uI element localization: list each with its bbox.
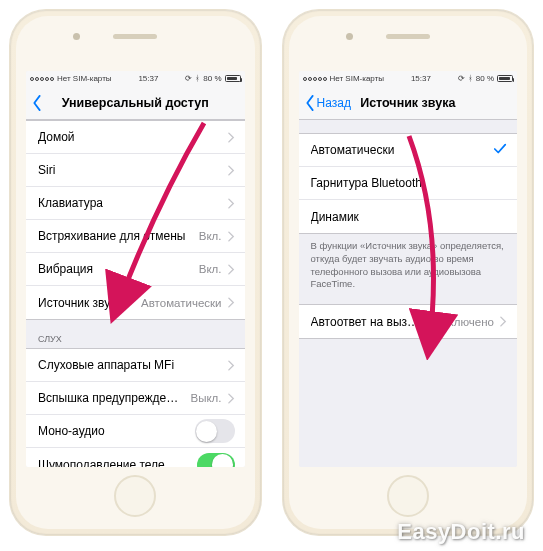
battery-pct: 80 % <box>203 74 221 83</box>
noise-cancel-toggle[interactable] <box>197 453 235 468</box>
row-label: Динамик <box>311 210 359 224</box>
row-autoanswer[interactable]: Автоответ на вызовы Выключено <box>299 305 518 338</box>
footer-note: В функции «Источник звука» определяется,… <box>299 234 518 291</box>
chevron-right-icon <box>228 360 235 371</box>
home-button[interactable] <box>387 475 429 517</box>
battery-pct: 80 % <box>476 74 494 83</box>
back-button[interactable] <box>32 86 42 119</box>
row-vibration[interactable]: Вибрация Вкл. <box>26 253 245 286</box>
screen-left: Нет SIM-карты 15:37 ⟳ ᚼ 80 % Универсальн… <box>26 71 245 467</box>
watermark: EasyDoit.ru <box>397 519 525 545</box>
speaker-grille <box>386 34 430 39</box>
nav-title: Универсальный доступ <box>62 96 209 110</box>
row-label: Гарнитура Bluetooth <box>311 176 422 190</box>
row-value: Вкл. <box>199 263 222 275</box>
section-header-hearing: слух <box>26 320 245 348</box>
chevron-right-icon <box>228 132 235 143</box>
row-flash-alerts[interactable]: Вспышка предупреждений Выкл. <box>26 382 245 415</box>
row-noise-cancel[interactable]: Шумоподавление телефона <box>26 448 245 467</box>
row-speaker[interactable]: Динамик <box>299 200 518 233</box>
chevron-left-icon <box>32 95 42 111</box>
row-value: Выключено <box>433 316 494 328</box>
chevron-right-icon <box>228 264 235 275</box>
home-button[interactable] <box>114 475 156 517</box>
nav-bar: Универсальный доступ <box>26 86 245 120</box>
orientation-lock-icon: ⟳ <box>458 74 465 83</box>
row-label: Слуховые аппараты MFi <box>38 358 174 372</box>
row-home[interactable]: Домой <box>26 121 245 154</box>
screen-right: Нет SIM-карты 15:37 ⟳ ᚼ 80 % Назад Источ… <box>299 71 518 467</box>
status-time: 15:37 <box>138 74 158 83</box>
chevron-right-icon <box>228 297 235 308</box>
nav-title: Источник звука <box>360 96 455 110</box>
row-label: Автоответ на вызовы <box>311 315 421 329</box>
status-bar: Нет SIM-карты 15:37 ⟳ ᚼ 80 % <box>26 71 245 86</box>
row-bluetooth-headset[interactable]: Гарнитура Bluetooth <box>299 167 518 200</box>
bluetooth-icon: ᚼ <box>468 74 473 83</box>
row-label: Siri <box>38 163 55 177</box>
row-siri[interactable]: Siri <box>26 154 245 187</box>
row-audio-source[interactable]: Источник звука Автоматически <box>26 286 245 319</box>
row-value: Выкл. <box>190 392 221 404</box>
row-keyboard[interactable]: Клавиатура <box>26 187 245 220</box>
chevron-right-icon <box>228 198 235 209</box>
phone-frame: Нет SIM-карты 15:37 ⟳ ᚼ 80 % Назад Источ… <box>289 16 528 529</box>
row-mono-audio[interactable]: Моно-аудио <box>26 415 245 448</box>
back-button[interactable]: Назад <box>305 86 351 119</box>
row-label: Источник звука <box>38 296 122 310</box>
chevron-right-icon <box>228 165 235 176</box>
phone-left: Нет SIM-карты 15:37 ⟳ ᚼ 80 % Универсальн… <box>10 10 261 535</box>
signal-icon <box>30 77 54 81</box>
front-camera <box>346 33 353 40</box>
nav-bar: Назад Источник звука <box>299 86 518 120</box>
battery-icon <box>497 75 513 82</box>
chevron-right-icon <box>500 316 507 327</box>
carrier-text: Нет SIM-карты <box>330 74 385 83</box>
mono-audio-toggle[interactable] <box>195 419 235 443</box>
status-bar: Нет SIM-карты 15:37 ⟳ ᚼ 80 % <box>299 71 518 86</box>
carrier-text: Нет SIM-карты <box>57 74 112 83</box>
checkmark-icon <box>493 142 507 158</box>
phone-right: Нет SIM-карты 15:37 ⟳ ᚼ 80 % Назад Источ… <box>283 10 534 535</box>
back-label: Назад <box>317 96 351 110</box>
row-mfi-hearing[interactable]: Слуховые аппараты MFi <box>26 349 245 382</box>
battery-icon <box>225 75 241 82</box>
orientation-lock-icon: ⟳ <box>185 74 192 83</box>
phone-frame: Нет SIM-карты 15:37 ⟳ ᚼ 80 % Универсальн… <box>16 16 255 529</box>
chevron-right-icon <box>228 393 235 404</box>
chevron-left-icon <box>305 95 315 111</box>
row-label: Моно-аудио <box>38 424 105 438</box>
row-auto[interactable]: Автоматически <box>299 134 518 167</box>
chevron-right-icon <box>228 231 235 242</box>
signal-icon <box>303 77 327 81</box>
row-value: Автоматически <box>141 297 221 309</box>
row-label: Вибрация <box>38 262 93 276</box>
front-camera <box>73 33 80 40</box>
settings-content[interactable]: Домой Siri Клавиатура <box>26 120 245 467</box>
bluetooth-icon: ᚼ <box>195 74 200 83</box>
row-label: Домой <box>38 130 75 144</box>
settings-content[interactable]: Автоматически Гарнитура Bluetooth Динами… <box>299 120 518 467</box>
row-label: Клавиатура <box>38 196 103 210</box>
row-shake-undo[interactable]: Встряхивание для отмены Вкл. <box>26 220 245 253</box>
status-time: 15:37 <box>411 74 431 83</box>
row-label: Автоматически <box>311 143 395 157</box>
speaker-grille <box>113 34 157 39</box>
row-label: Шумоподавление телефона <box>38 458 185 468</box>
row-label: Встряхивание для отмены <box>38 229 185 243</box>
row-value: Вкл. <box>199 230 222 242</box>
row-label: Вспышка предупреждений <box>38 391 178 405</box>
